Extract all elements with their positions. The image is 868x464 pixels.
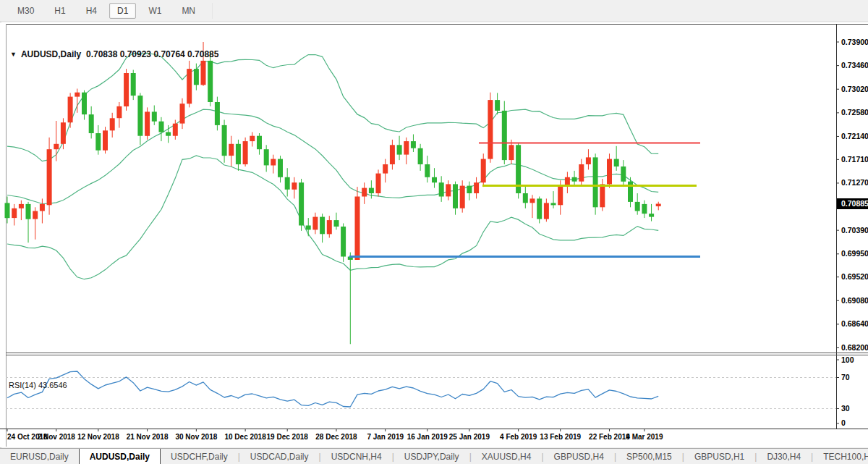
price-axis-label: 0.71710 [841, 155, 868, 164]
candle [5, 203, 10, 218]
candle [264, 149, 269, 165]
chart-dropdown-icon[interactable]: ▼ [10, 51, 17, 58]
candle [530, 198, 535, 203]
time-axis-label: 2 Nov 2018 [38, 433, 76, 441]
candle [278, 159, 283, 177]
candle [579, 164, 584, 182]
candle [558, 186, 563, 206]
timeframe-button-w1[interactable]: W1 [140, 3, 169, 19]
tab-eurusd-daily[interactable]: EURUSD,Daily [0, 449, 79, 464]
time-axis-label: 13 Feb 2019 [540, 433, 581, 441]
candle [82, 93, 87, 114]
candle [285, 177, 290, 190]
timeframe-button-h4[interactable]: H4 [78, 3, 105, 19]
time-axis-label: 21 Nov 2018 [127, 433, 169, 441]
rsi-axis-label: 70 [841, 373, 850, 381]
candle [320, 217, 325, 235]
candle [621, 166, 626, 182]
candle [215, 102, 220, 125]
tab-tech100-h1[interactable]: TECH100,H1 [813, 449, 868, 464]
candle [152, 111, 157, 121]
candle [586, 157, 591, 164]
candle [131, 73, 136, 96]
candle [116, 106, 122, 118]
timeframe-button-m30[interactable]: M30 [9, 3, 42, 19]
candle [334, 220, 339, 227]
candle [312, 217, 318, 230]
tab-gbpusd-h1[interactable]: GBPUSD,H1 [684, 449, 754, 464]
candle [173, 124, 178, 136]
candle [593, 157, 598, 207]
candle [509, 145, 514, 160]
chart-area[interactable]: ▼AUDUSD,Daily 0.70838 0.70923 0.70764 0.… [0, 22, 868, 447]
candle [12, 208, 17, 218]
candle [453, 184, 458, 208]
candle [33, 211, 38, 219]
candle [628, 182, 633, 202]
timeframe-toolbar: M30H1H4D1W1MN [0, 0, 868, 22]
time-axis-label: 16 Jan 2019 [407, 433, 448, 441]
chart-ohlc-values: 0.70838 0.70923 0.70764 0.70885 [86, 49, 219, 59]
candle [474, 182, 479, 193]
candle [551, 203, 556, 205]
timeframe-button-h1[interactable]: H1 [46, 3, 73, 19]
candle [383, 164, 388, 174]
candle [432, 177, 437, 182]
symbol-tab-bar: EURUSD,DailyAUDUSD,DailyUSDCHF,Daily|USD… [0, 448, 868, 464]
candle [565, 177, 570, 186]
toolbar-separator [213, 3, 214, 19]
candle [68, 97, 73, 123]
candle [635, 202, 640, 211]
price-axis-label: 0.73460 [841, 61, 868, 69]
price-axis-label: 0.72580 [841, 108, 868, 117]
candle [26, 204, 31, 219]
candle [54, 144, 59, 149]
candle [166, 132, 171, 136]
tab-gbpusd-h4[interactable]: GBPUSD,H4 [544, 449, 614, 464]
time-axis-label: 4 Feb 2019 [500, 433, 537, 441]
price-axis-label: 0.70390 [841, 226, 868, 235]
candle [271, 159, 276, 166]
tab-xauusd-h4[interactable]: XAUUSD,H4 [472, 449, 542, 464]
time-axis-label: 30 Nov 2018 [175, 433, 217, 441]
candle [89, 114, 94, 133]
candle [341, 227, 346, 257]
candle [222, 125, 227, 156]
candle [306, 226, 311, 230]
candle [208, 61, 213, 102]
candle [369, 188, 374, 193]
price-axis-label: 0.71270 [841, 178, 868, 187]
candle [544, 203, 549, 219]
candle [376, 174, 381, 193]
tab-usdcad-daily[interactable]: USDCAD,Daily [240, 449, 319, 464]
price-axis-label: 0.73900 [841, 38, 868, 46]
candle [355, 197, 360, 261]
candle [614, 159, 619, 166]
candle [103, 130, 108, 150]
candle [124, 73, 129, 106]
candle [110, 118, 115, 130]
candle [460, 186, 465, 208]
rsi-indicator-label: RSI(14) 43.6546 [9, 381, 67, 389]
candle [40, 204, 45, 211]
timeframe-button-mn[interactable]: MN [174, 3, 203, 19]
tab-usdjpy-daily[interactable]: USDJPY,Daily [394, 449, 469, 464]
tab-usdcnh-h4[interactable]: USDCNH,H4 [321, 449, 392, 464]
tab-dj30-h4[interactable]: DJ30,H4 [757, 449, 811, 464]
candle [439, 182, 444, 196]
price-axis-label: 0.68200 [841, 343, 868, 352]
tab-usdchf-daily[interactable]: USDCHF,Daily [161, 449, 238, 464]
tab-audusd-daily[interactable]: AUDUSD,Daily [79, 449, 161, 464]
chart-canvas[interactable]: 0.739000.734600.730200.725800.721400.717… [0, 22, 868, 447]
candle [502, 111, 507, 160]
candle [411, 141, 416, 148]
candle [95, 133, 101, 151]
candle [642, 204, 647, 214]
rsi-axis-label: 100 [841, 355, 854, 364]
timeframe-button-d1[interactable]: D1 [109, 3, 136, 19]
tab-sp500-m15[interactable]: SP500,M15 [616, 449, 682, 464]
candle [180, 104, 185, 123]
candle [481, 159, 486, 183]
candle [362, 188, 367, 197]
candle [537, 198, 542, 219]
